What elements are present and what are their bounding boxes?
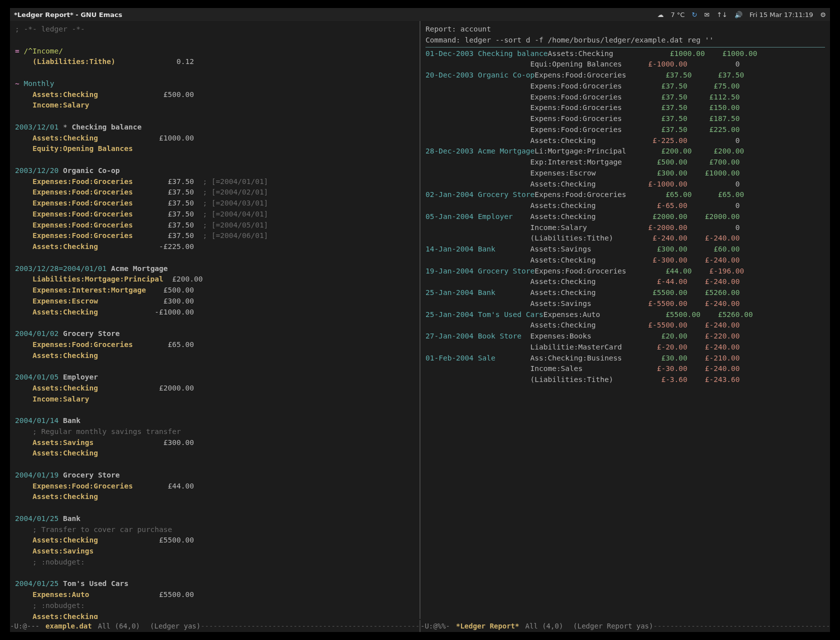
posting-line: Assets:Checking -£1000.00 — [15, 307, 414, 318]
posting-comment: ; :nobudget: — [15, 557, 414, 568]
report-row: 02-Jan-2004 Grocery StoreExpens:Food:Gro… — [426, 190, 825, 200]
txn-comment: ; Transfer to cover car purchase — [15, 524, 414, 536]
posting-line: Expenses:Food:Groceries £65.00 — [15, 340, 414, 350]
posting-line: Assets:Checking — [15, 350, 414, 362]
report-row: 05-Jan-2004 Employer Assets:Checking £20… — [426, 212, 825, 222]
report-row: 27-Jan-2004 Book Store Expenses:Books £2… — [426, 331, 825, 342]
txn-header: 2004/01/19 Grocery Store — [15, 470, 414, 481]
window-title: *Ledger Report* - GNU Emacs — [14, 11, 122, 18]
report-row: Assets:Checking £-5500.00 £-240.00 — [426, 320, 825, 331]
report-row: Expens:Food:Groceries £37.50 £225.00 — [426, 124, 825, 136]
report-row: 01-Dec-2003 Checking balanceAssets:Check… — [426, 48, 825, 60]
modeline-left: -U:@--- example.dat All (64,0) (Ledger y… — [10, 620, 420, 632]
report-row: 25-Jan-2004 Tom's Used CarsExpenses:Auto… — [426, 310, 825, 320]
modeline-right: -U:@%%- *Ledger Report* All (4,0) (Ledge… — [420, 620, 830, 632]
clock-text: Fri 15 Mar 17:11:19 — [750, 11, 813, 18]
modeline: -U:@--- example.dat All (64,0) (Ledger y… — [10, 620, 830, 632]
report-row: Expens:Food:Groceries £37.50 £187.50 — [426, 114, 825, 124]
posting-line: Expenses:Food:Groceries £37.50 ; [=2004/… — [15, 220, 414, 231]
report-row: 19-Jan-2004 Grocery StoreExpens:Food:Gro… — [426, 266, 825, 277]
txn-header: 2003/12/20 Organic Co-op — [15, 166, 414, 176]
report-row: Assets:Checking £-1000.00 0 — [426, 179, 825, 190]
report-row: Expenses:Escrow £300.00 £1000.00 — [426, 168, 825, 179]
report-row: Exp:Interest:Mortgage £500.00 £700.00 — [426, 157, 825, 168]
posting-line: Expenses:Food:Groceries £37.50 ; [=2004/… — [15, 176, 414, 188]
report-row: Liabilitie:MasterCard £-20.00 £-240.00 — [426, 342, 825, 353]
mail-icon[interactable]: ✉ — [704, 11, 710, 18]
report-row: 28-Dec-2003 Acme MortgageLi:Mortgage:Pri… — [426, 146, 825, 157]
modeline-buffer-name: *Ledger Report* — [456, 622, 519, 630]
posting-line: Expenses:Food:Groceries £37.50 ; [=2004/… — [15, 187, 414, 198]
report-row: Expens:Food:Groceries £37.50 £150.00 — [426, 102, 825, 114]
modeline-buffer-name: example.dat — [46, 622, 92, 630]
txn-comment: ; Regular monthly savings transfer — [15, 426, 414, 438]
titlebar: *Ledger Report* - GNU Emacs ☁ 7 °C ↻ ✉ ↑… — [10, 8, 830, 21]
posting-line: Liabilities:Mortgage:Principal £200.00 — [15, 274, 414, 285]
posting-line: Expenses:Food:Groceries £37.50 ; [=2004/… — [15, 209, 414, 220]
txn-header: 2003/12/28=2004/01/01 Acme Mortgage — [15, 264, 414, 274]
report-row: Equi:Opening Balances £-1000.00 0 — [426, 59, 825, 70]
posting-line: Assets:Checking -£225.00 — [15, 242, 414, 252]
posting-line: Expenses:Auto £5500.00 — [15, 590, 414, 600]
network-icon[interactable]: ↑↓ — [716, 11, 728, 18]
posting-comment: ; :nobudget: — [15, 600, 414, 612]
report-row: Assets:Checking £-225.00 0 — [426, 136, 825, 146]
txn-header: 2003/12/01 * Checking balance — [15, 122, 414, 133]
ledger-report-buffer[interactable]: Report: accountCommand: ledger --sort d … — [420, 21, 830, 619]
report-row: (Liabilities:Tithe) £-240.00 £-240.00 — [426, 233, 825, 244]
posting-line: Expenses:Food:Groceries £37.50 ; [=2004/… — [15, 230, 414, 242]
modeline-mode: (Ledger Report yas) — [573, 622, 653, 630]
posting-line: Expenses:Food:Groceries £44.00 — [15, 481, 414, 492]
posting-line: Income:Salary — [15, 394, 414, 405]
posting-line: Equity:Opening Balances — [15, 144, 414, 154]
report-row: Assets:Checking £-300.00 £-240.00 — [426, 255, 825, 266]
report-row: 01-Feb-2004 Sale Ass:Checking:Business £… — [426, 353, 825, 364]
report-row: 20-Dec-2003 Organic Co-opExpens:Food:Gro… — [426, 70, 825, 81]
ledger-source-buffer[interactable]: ; -*- ledger -*- = /^Income/ (Liabilitie… — [10, 21, 420, 619]
emacs-frame: *Ledger Report* - GNU Emacs ☁ 7 °C ↻ ✉ ↑… — [10, 8, 830, 632]
auto-txn-header: = /^Income/ — [15, 46, 414, 57]
settings-gear-icon[interactable]: ⚙ — [820, 11, 826, 18]
posting-line: Expenses:Food:Groceries £37.50 ; [=2004/… — [15, 198, 414, 209]
posting-line: Income:Salary — [15, 100, 414, 111]
posting-line: (Liabilities:Tithe) 0.12 — [15, 56, 414, 68]
txn-header: 2004/01/25 Bank — [15, 514, 414, 524]
txn-header: 2004/01/05 Employer — [15, 372, 414, 383]
txn-header: 2004/01/02 Grocery Store — [15, 328, 414, 340]
report-title: Report: account — [426, 24, 825, 35]
file-mode-comment: ; -*- ledger -*- — [15, 24, 414, 35]
modeline-position: All (64,0) — [98, 622, 140, 630]
posting-line: Expenses:Interest:Mortgage £500.00 — [15, 285, 414, 296]
posting-line: Expenses:Escrow £300.00 — [15, 296, 414, 307]
posting-line: Assets:Savings — [15, 546, 414, 557]
posting-line: Assets:Checking — [15, 492, 414, 502]
posting-line: Assets:Checking £5500.00 — [15, 535, 414, 546]
modeline-position: All (4,0) — [525, 622, 563, 630]
posting-line: Assets:Savings £300.00 — [15, 438, 414, 448]
posting-line: Assets:Checking — [15, 448, 414, 459]
modeline-prefix: -U:@--- — [10, 622, 40, 630]
txn-header: 2004/01/25 Tom's Used Cars — [15, 578, 414, 590]
report-row: 25-Jan-2004 Bank Assets:Checking £5500.0… — [426, 288, 825, 298]
modeline-prefix: -U:@%%- — [420, 622, 450, 630]
report-row: Expens:Food:Groceries £37.50 £75.00 — [426, 81, 825, 92]
weather-icon: ☁ — [657, 11, 664, 18]
volume-icon[interactable]: 🔊 — [734, 11, 742, 18]
report-row: Assets:Savings £-5500.00 £-240.00 — [426, 298, 825, 310]
modeline-filler: ----------------------------------------… — [200, 622, 420, 630]
report-row: Expens:Food:Groceries £37.50 £112.50 — [426, 92, 825, 103]
report-command: Command: ledger --sort d -f /home/borbus… — [426, 35, 825, 46]
modeline-filler: ----------------------------------------… — [653, 622, 830, 630]
modeline-mode: (Ledger yas) — [150, 622, 200, 630]
txn-header: 2004/01/14 Bank — [15, 416, 414, 426]
report-separator — [426, 47, 825, 48]
posting-line: Assets:Checking £1000.00 — [15, 133, 414, 144]
refresh-icon[interactable]: ↻ — [692, 11, 697, 18]
report-row: 14-Jan-2004 Bank Assets:Savings £300.00 … — [426, 244, 825, 255]
report-row: Assets:Checking £-65.00 0 — [426, 200, 825, 212]
report-row: Income:Salary £-2000.00 0 — [426, 222, 825, 234]
system-tray: ☁ 7 °C ↻ ✉ ↑↓ 🔊 Fri 15 Mar 17:11:19 ⚙ — [657, 11, 826, 18]
posting-line: Assets:Checking — [15, 612, 414, 620]
periodic-txn-header: ~ Monthly — [15, 78, 414, 90]
posting-line: Assets:Checking £500.00 — [15, 90, 414, 100]
